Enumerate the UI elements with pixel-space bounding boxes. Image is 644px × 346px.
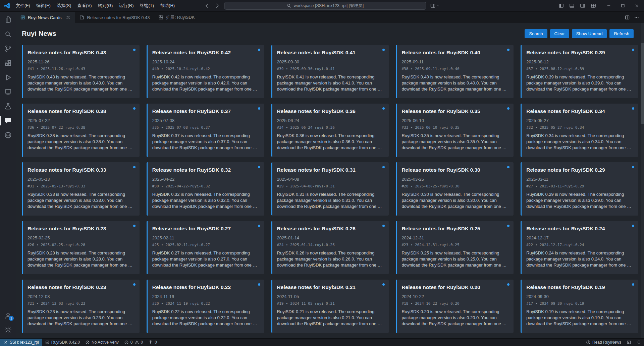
activity-item-search[interactable]: [0, 27, 16, 41]
tab[interactable]: Release notes for RuyiSDK 0.43: [75, 12, 154, 23]
search-button[interactable]: Search: [525, 29, 547, 38]
news-card[interactable]: Release notes for RuyiSDK 0.412025-09-30…: [271, 45, 389, 98]
news-card[interactable]: Release notes for RuyiSDK 0.282025-02-25…: [22, 221, 140, 274]
show-unread-button[interactable]: Show Unread: [572, 29, 607, 38]
news-card[interactable]: Release notes for RuyiSDK 0.202024-10-22…: [396, 280, 514, 333]
news-card[interactable]: Release notes for RuyiSDK 0.212024-11-05…: [271, 280, 389, 333]
minimize-icon[interactable]: [602, 0, 616, 11]
page-title: Ruyi News: [22, 30, 56, 38]
news-card[interactable]: Release notes for RuyiSDK 0.402025-09-11…: [396, 45, 514, 98]
news-card[interactable]: Release notes for RuyiSDK 0.422025-10-24…: [147, 45, 264, 98]
card-body: RuyiSDK 0.31 is now released. The corres…: [277, 191, 384, 210]
news-card[interactable]: Release notes for RuyiSDK 0.292025-03-11…: [521, 162, 638, 216]
toggle-sidebar-icon[interactable]: [557, 1, 566, 10]
tab-bar: Ruyi News CardsRelease notes for RuyiSDK…: [16, 12, 644, 23]
news-card[interactable]: Release notes for RuyiSDK 0.342025-05-27…: [521, 104, 638, 157]
clear-button[interactable]: Clear: [550, 29, 569, 38]
news-card[interactable]: Release notes for RuyiSDK 0.432025-11-26…: [22, 45, 140, 98]
close-icon[interactable]: [630, 0, 644, 11]
tab[interactable]: Ruyi News Cards: [16, 12, 75, 23]
card-body: RuyiSDK 0.30 is now released. The corres…: [401, 191, 509, 210]
tab[interactable]: 扩展: RuyiSDK: [154, 12, 199, 23]
scrollbar-thumb[interactable]: [641, 43, 644, 124]
activity-item-chat[interactable]: [0, 113, 16, 128]
remote-indicator[interactable]: SSH: iex123_rpi: [0, 339, 42, 346]
activity-item-debug[interactable]: [0, 70, 16, 84]
more-actions-icon[interactable]: [634, 15, 639, 20]
menu-item[interactable]: 选择(S): [54, 0, 74, 11]
menu-item[interactable]: 编辑(E): [33, 0, 54, 11]
unread-dot: [258, 107, 260, 110]
maximize-icon[interactable]: [616, 0, 630, 11]
activity-item-settings[interactable]: [0, 323, 16, 337]
card-title: Release notes for RuyiSDK 0.36: [277, 108, 379, 114]
split-editor-icon[interactable]: [625, 15, 630, 20]
menu-item[interactable]: 文件(F): [13, 0, 33, 11]
unread-dot: [133, 166, 136, 168]
card-date: 2025-07-22: [28, 118, 135, 123]
card-body: RuyiSDK 0.23 is now released. The corres…: [28, 309, 135, 327]
activity-item-globe[interactable]: [0, 128, 16, 142]
search-small-icon: [287, 3, 291, 8]
news-card[interactable]: Release notes for RuyiSDK 0.302025-03-25…: [396, 162, 514, 216]
editor-layout-status[interactable]: [624, 339, 634, 346]
globe-icon: [4, 131, 12, 139]
venv-status[interactable]: No Active Venv: [83, 339, 121, 346]
toggle-panel-icon[interactable]: [568, 1, 576, 10]
command-center[interactable]: workspace [SSH: iex123_rpi] [管理员]: [224, 2, 426, 10]
unread-dot: [632, 225, 634, 227]
toggle-secondary-sidebar-icon[interactable]: [578, 1, 587, 10]
activity-item-source-control[interactable]: [0, 41, 16, 56]
forwarded-ports[interactable]: 0: [146, 339, 160, 346]
editor-group: Ruyi News CardsRelease notes for RuyiSDK…: [16, 12, 644, 338]
ruyisdk-version[interactable]: RuyiSDK 0.42.0: [42, 339, 83, 346]
tab-bar-actions: [625, 12, 644, 23]
read-ruyinews[interactable]: Read RuyiNews: [583, 339, 624, 346]
back-icon[interactable]: [204, 3, 210, 9]
forward-icon[interactable]: [214, 3, 220, 9]
activity-item-extensions[interactable]: [0, 56, 16, 70]
menu-item[interactable]: 转到(G): [95, 0, 116, 11]
status-label: 0: [155, 340, 157, 345]
menu-item[interactable]: 帮助(H): [157, 0, 178, 11]
activity-item-testing[interactable]: [0, 99, 16, 113]
news-card[interactable]: Release notes for RuyiSDK 0.352025-06-10…: [396, 104, 514, 157]
card-body: RuyiSDK 0.38 is now released. The corres…: [28, 133, 135, 151]
news-card[interactable]: Release notes for RuyiSDK 0.372025-07-08…: [147, 104, 264, 157]
news-card[interactable]: Release notes for RuyiSDK 0.392025-08-12…: [521, 45, 638, 98]
unread-dot: [258, 166, 260, 168]
refresh-button[interactable]: Refresh: [609, 29, 634, 38]
card-date: 2025-04-08: [277, 177, 384, 182]
card-body: RuyiSDK 0.41 is now released. The corres…: [277, 74, 384, 92]
news-card[interactable]: Release notes for RuyiSDK 0.242024-12-17…: [521, 221, 638, 274]
warning-icon: [135, 340, 139, 345]
news-card[interactable]: Release notes for RuyiSDK 0.312025-04-08…: [271, 162, 389, 216]
news-card[interactable]: Release notes for RuyiSDK 0.322025-04-22…: [147, 162, 264, 216]
news-card[interactable]: Release notes for RuyiSDK 0.362025-06-24…: [271, 104, 389, 157]
news-card[interactable]: Release notes for RuyiSDK 0.232024-12-03…: [22, 280, 140, 333]
menu-item[interactable]: 终端(T): [137, 0, 157, 11]
customize-layout-icon[interactable]: [589, 1, 598, 10]
unread-dot: [507, 166, 509, 168]
news-card[interactable]: Release notes for RuyiSDK 0.222024-11-19…: [147, 280, 264, 333]
activity-item-remote-explorer[interactable]: [0, 84, 16, 99]
activity-item-account[interactable]: 1: [0, 308, 16, 323]
news-card[interactable]: Release notes for RuyiSDK 0.252024-12-31…: [396, 221, 514, 274]
news-card[interactable]: Release notes for RuyiSDK 0.192024-09-30…: [521, 280, 638, 333]
content-scrollbar[interactable]: [641, 23, 644, 338]
menu-item[interactable]: 运行(R): [116, 0, 137, 11]
news-card[interactable]: Release notes for RuyiSDK 0.332025-05-13…: [22, 162, 140, 216]
problems[interactable]: 00: [121, 339, 146, 346]
activity-item-explorer[interactable]: [0, 12, 16, 27]
menu-item[interactable]: 查看(V): [74, 0, 95, 11]
activity-bar-bottom: 1: [0, 308, 16, 337]
command-center-label: workspace [SSH: iex123_rpi] [管理员]: [294, 3, 364, 9]
news-card[interactable]: Release notes for RuyiSDK 0.272025-02-11…: [147, 221, 264, 274]
close-icon[interactable]: [65, 15, 71, 20]
news-card[interactable]: Release notes for RuyiSDK 0.382025-07-22…: [22, 104, 140, 157]
card-title: Release notes for RuyiSDK 0.31: [277, 167, 379, 173]
titlebar-right: [557, 0, 644, 11]
news-card[interactable]: Release notes for RuyiSDK 0.262025-01-14…: [271, 221, 389, 274]
notifications[interactable]: [634, 339, 644, 346]
editor-layout-dropdown[interactable]: [430, 3, 440, 8]
